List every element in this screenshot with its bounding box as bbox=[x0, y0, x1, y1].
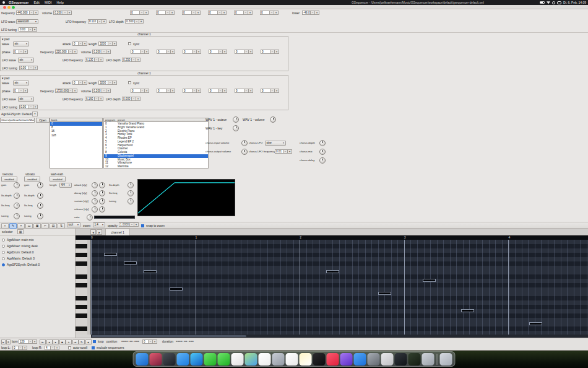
lfo-tuning-spinbutton[interactable]: 0.00−+ bbox=[19, 27, 37, 32]
sync-point-spinbutton-4[interactable]: 0−+ bbox=[235, 50, 253, 54]
volume-spinbutton-decrement-button[interactable]: − bbox=[63, 11, 67, 14]
chorus-lfo-frequency-spinbutton-increment-button[interactable]: + bbox=[287, 150, 292, 153]
lfo-depth-spinbutton-decrement-button[interactable]: − bbox=[131, 97, 136, 100]
lfo-frequency-spinbutton[interactable]: 8.110−+ bbox=[88, 19, 106, 24]
sidebar-item-machine[interactable]: AgsMixer: mixing desk bbox=[0, 243, 76, 249]
safari-dock-icon[interactable] bbox=[191, 353, 203, 366]
sync-point-spinbutton-2-increment-button[interactable]: + bbox=[196, 11, 200, 14]
length-spinbutton-increment-button[interactable]: + bbox=[112, 42, 116, 45]
loop-right-spinbutton-increment-button[interactable]: + bbox=[54, 346, 59, 349]
opacity-spinbutton-increment-button[interactable]: + bbox=[134, 223, 138, 226]
mail-dock-icon[interactable] bbox=[177, 353, 189, 366]
jump-backward-button[interactable]: ⇤ bbox=[40, 340, 46, 344]
wahwah-decay-y-knob[interactable] bbox=[99, 190, 105, 196]
podcasts-dock-icon[interactable] bbox=[340, 353, 353, 366]
frequency-spinbutton[interactable]: 1720.000−+ bbox=[55, 89, 77, 93]
sync-point-spinbutton-5-decrement-button[interactable]: − bbox=[270, 89, 274, 92]
frequency-spinbutton-decrement-button[interactable]: − bbox=[68, 50, 72, 53]
invert-tool-icon[interactable]: ⇅ bbox=[58, 223, 65, 229]
chorus-depth-knob[interactable] bbox=[319, 140, 326, 146]
sync-point-spinbutton-5-increment-button[interactable]: + bbox=[274, 50, 279, 53]
minimize-button[interactable] bbox=[7, 6, 11, 9]
wave-combo[interactable]: sin▾ bbox=[13, 42, 29, 46]
tab-channel-1[interactable]: channel 1 bbox=[105, 229, 130, 235]
photos-dock-icon[interactable] bbox=[231, 353, 244, 366]
snap-to-zoom-checkbox[interactable] bbox=[141, 224, 144, 227]
wav-volume-knob[interactable] bbox=[270, 116, 276, 123]
terminal-dock-icon[interactable] bbox=[395, 353, 407, 366]
auto-scroll-checkbox[interactable] bbox=[68, 346, 71, 349]
attack-spinbutton-increment-button[interactable]: + bbox=[82, 42, 87, 45]
sync-point-spinbutton-3-increment-button[interactable]: + bbox=[222, 11, 226, 14]
edit-tool-icon[interactable]: ✎ bbox=[9, 223, 17, 229]
copy-tool-icon[interactable]: ▣ bbox=[33, 223, 41, 229]
sync-point-spinbutton-1-increment-button[interactable]: + bbox=[170, 89, 175, 92]
attack-spinbutton-decrement-button[interactable]: − bbox=[78, 81, 82, 84]
wahwah-envelope-display[interactable] bbox=[137, 179, 235, 216]
volume-spinbutton-decrement-button[interactable]: − bbox=[102, 50, 106, 53]
close-button[interactable] bbox=[3, 6, 6, 9]
loop-left-spinbutton[interactable]: 0−+ bbox=[12, 346, 27, 350]
sync-point-spinbutton-3[interactable]: 0−+ bbox=[209, 50, 227, 54]
length-spinbutton-decrement-button[interactable]: − bbox=[108, 81, 112, 84]
backward-button[interactable]: ◂ bbox=[46, 340, 53, 344]
sync-point-spinbutton-0-increment-button[interactable]: + bbox=[144, 50, 149, 53]
sync-point-spinbutton-1-decrement-button[interactable]: − bbox=[165, 11, 170, 14]
note[interactable] bbox=[144, 270, 157, 273]
lfo-frequency-spinbutton-increment-button[interactable]: + bbox=[98, 58, 103, 61]
sync-point-spinbutton-1[interactable]: 0−+ bbox=[157, 50, 175, 54]
frequency-spinbutton-increment-button[interactable]: + bbox=[72, 50, 77, 53]
wahwah-sustain-x-knob[interactable] bbox=[92, 198, 98, 204]
sidebar-item-machine[interactable]: AgsDrum: Default 0 bbox=[0, 249, 76, 255]
sync-point-spinbutton-5-decrement-button[interactable]: − bbox=[270, 50, 274, 53]
vibrato-enabled-button[interactable]: enabled bbox=[24, 177, 40, 182]
wahwah-lfo-depth-knob[interactable] bbox=[128, 182, 134, 188]
note[interactable] bbox=[326, 270, 339, 273]
chorus-lfo-combo[interactable]: sine▾ bbox=[265, 141, 286, 146]
wahwah-tuning-knob[interactable] bbox=[128, 198, 134, 204]
fullscreen-button[interactable] bbox=[12, 6, 15, 9]
lfo-tuning-spinbutton[interactable]: 0.00−+ bbox=[19, 105, 38, 109]
tab-scroll-left-button[interactable]: ◂ bbox=[90, 229, 96, 235]
sync-point-spinbutton-2-decrement-button[interactable]: − bbox=[191, 11, 196, 14]
note[interactable] bbox=[461, 309, 474, 312]
loop-left-spinbutton-increment-button[interactable]: + bbox=[22, 346, 27, 349]
sync-point-spinbutton-2-decrement-button[interactable]: − bbox=[192, 50, 196, 53]
loop-right-spinbutton-decrement-button[interactable]: − bbox=[50, 346, 54, 349]
select-tool-icon[interactable]: ▭ bbox=[25, 223, 33, 229]
note[interactable] bbox=[170, 287, 183, 291]
record-button[interactable]: ● bbox=[85, 340, 92, 344]
sync-point-spinbutton-4[interactable]: 0−+ bbox=[234, 11, 253, 15]
position-tool-icon[interactable]: + bbox=[1, 223, 9, 229]
frequency-spinbutton[interactable]: 220.000−+ bbox=[55, 50, 77, 54]
phase-spinbutton-decrement-button[interactable]: − bbox=[19, 89, 23, 92]
chorus-delay-knob[interactable] bbox=[319, 157, 326, 164]
sync-point-spinbutton-0[interactable]: 0−+ bbox=[131, 89, 149, 93]
attack-spinbutton-increment-button[interactable]: + bbox=[82, 81, 87, 84]
sync-point-spinbutton-5-decrement-button[interactable]: − bbox=[269, 11, 274, 14]
sync-point-spinbutton-4-increment-button[interactable]: + bbox=[248, 11, 252, 14]
wahwah-attack-x-knob[interactable] bbox=[92, 182, 98, 188]
wahwah-release-y-knob[interactable] bbox=[99, 206, 105, 212]
menu-edit[interactable]: Edit bbox=[33, 1, 39, 4]
sync-point-spinbutton-3-increment-button[interactable]: + bbox=[222, 50, 227, 53]
facetime-dock-icon[interactable] bbox=[218, 353, 230, 366]
volume-spinbutton[interactable]: 0.200−+ bbox=[53, 11, 72, 15]
length-spinbutton[interactable]: 3200−+ bbox=[98, 42, 117, 46]
note-grid[interactable] bbox=[91, 240, 588, 335]
offset-spinbutton-decrement-button[interactable]: − bbox=[148, 340, 152, 343]
stop-button[interactable]: ■ bbox=[59, 340, 66, 344]
attack-spinbutton[interactable]: 0−+ bbox=[72, 42, 87, 46]
chorus-lfo-frequency-spinbutton[interactable]: 0.01−+ bbox=[275, 149, 292, 154]
opacity-spinbutton[interactable]: 1.0000−+ bbox=[119, 222, 139, 227]
gsequencer-dock-icon[interactable] bbox=[409, 353, 421, 366]
phase-spinbutton-increment-button[interactable]: + bbox=[23, 50, 27, 53]
lfo-depth-spinbutton[interactable]: 0.000−+ bbox=[122, 97, 141, 101]
contacts-dock-icon[interactable] bbox=[272, 353, 285, 366]
volume-spinbutton-increment-button[interactable]: + bbox=[67, 11, 71, 14]
frequency-spinbutton[interactable]: 440.000−+ bbox=[16, 11, 38, 15]
pad-expander[interactable]: ▾ pad bbox=[2, 37, 9, 42]
trash-dock-icon[interactable] bbox=[440, 353, 452, 366]
lfo-frequency-spinbutton-decrement-button[interactable]: − bbox=[94, 97, 98, 100]
menu-app-name[interactable]: GSequencer bbox=[9, 1, 28, 4]
